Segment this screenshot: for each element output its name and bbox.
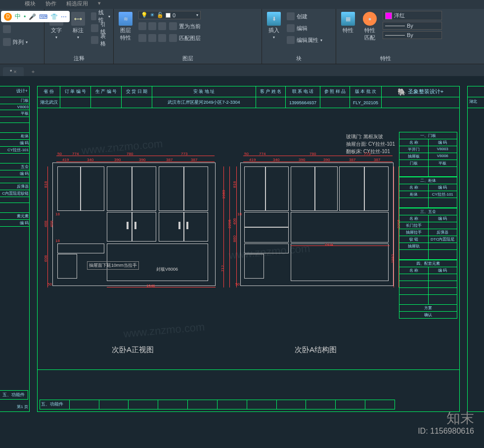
bottom-row: 五、功能件 (40, 400, 395, 409)
watermark: www.znzmo.com (81, 137, 163, 157)
left-s1: 门板 (0, 97, 29, 104)
st1-r2a: 抽屉板 (399, 153, 429, 160)
matchprops-icon: ● (363, 12, 377, 26)
dimension-button[interactable]: ⟷标注▾ (69, 11, 87, 41)
more-icon[interactable]: ⋯ (61, 13, 67, 20)
leader-button[interactable]: 引线 (91, 23, 110, 34)
st2-r1b: CY拉丝-101 (429, 191, 457, 198)
st2-title: 二、柜体 (399, 177, 457, 184)
add-tab-button[interactable]: + (25, 67, 42, 76)
shirt-icon[interactable]: 👕 (50, 13, 58, 20)
layer-props-label: 图层 特性 (120, 27, 131, 41)
file-tabs: * × + (0, 64, 484, 76)
insert-icon: ⬇ (267, 12, 281, 26)
create-icon (287, 12, 295, 20)
file-tab-label: * (10, 69, 12, 75)
quick-access-toolbar: D 中 • 🎤 ⌨ 👕 ⋯ (1, 11, 70, 22)
tb-h-cust: 客 户 姓 名 (256, 86, 286, 97)
st3-title: 三、五金 (399, 208, 457, 215)
tb-h-order: 订 单 编 号 (60, 86, 91, 97)
keyboard-icon[interactable]: ⌨ (39, 13, 47, 20)
drawing-area: 玻璃门: 黑框灰玻 抽屉台面: CY拉丝-101 翻板床: CY拉丝-101 (38, 108, 459, 370)
panel-modify-title (3, 61, 41, 62)
layer-tool2-icon[interactable] (148, 22, 156, 30)
layer-props-button[interactable]: ≋图层 特性 (117, 11, 134, 42)
sheet-main: 省 份 订 单 编 号 生 产 编 号 交 货 日 期 安 装 地 址 客 户 … (37, 86, 460, 412)
lang-indicator[interactable]: 中 (15, 12, 21, 21)
left-s2: 柜体 (0, 133, 29, 140)
st3-r1a: 长门拉手 (399, 222, 429, 229)
menu-apps[interactable]: 精选应用 (66, 0, 88, 9)
left-h2: 编 码 (0, 170, 29, 177)
left-h3: 编 码 (0, 220, 29, 227)
match-props-button[interactable]: ●特性 匹配 (361, 11, 379, 42)
left-r4: 反弹器 (0, 183, 29, 190)
menu-module[interactable]: 模块 (25, 0, 36, 9)
left-r2: 平板 (0, 110, 29, 117)
table-button[interactable]: 表格 (91, 35, 110, 45)
st2-h1: 名 称 (399, 184, 429, 191)
edit-block-button[interactable]: 编辑 (287, 23, 322, 34)
st1-h2: 编 码 (429, 139, 457, 146)
close-icon[interactable]: × (13, 69, 16, 75)
set-current-button[interactable]: 置为当前 (169, 21, 201, 32)
note-panel: 封板V8006 (156, 266, 178, 273)
panel-annot-title[interactable]: 注释 (47, 54, 110, 62)
st2-h2: 编 码 (429, 184, 457, 191)
chevron-down-icon[interactable]: ▾ (98, 0, 101, 9)
left-s3: 五金 (0, 163, 29, 170)
dim-18b: 18 (55, 239, 60, 243)
linetype-combo[interactable]: By (383, 31, 442, 39)
match-layer-button[interactable]: 匹配图层 (169, 33, 201, 43)
left-bottom: 五、功能件 (0, 390, 28, 400)
setcur-label: 置为当前 (179, 23, 201, 30)
layer-tool5-icon[interactable] (148, 34, 156, 42)
dot-icon[interactable]: • (24, 13, 26, 20)
st3-h2: 编 码 (429, 215, 457, 222)
st1-r1a: 平开门 (399, 146, 429, 153)
linear-button[interactable]: 线性▾ (91, 11, 110, 22)
layer-tool3-icon[interactable] (158, 22, 166, 30)
insert-button[interactable]: ⬇插入▾ (265, 11, 283, 41)
tb-province: 湖北武汉 (38, 97, 60, 108)
tb-h-ver: 版 本 批 次 (350, 86, 382, 97)
explode-button[interactable] (3, 24, 11, 35)
elevation-structure (240, 163, 394, 286)
lineweight-combo[interactable]: By (383, 22, 442, 30)
explode-icon (3, 25, 11, 33)
line-preview (385, 26, 405, 26)
edit-attr-button[interactable]: 编辑属性▾ (287, 35, 322, 45)
drawing-canvas[interactable]: 设计+ 门板 V8003 平板 柜体 编 码 CY拉丝-101 五金 编 码 反… (0, 76, 484, 437)
panel-block-title[interactable]: 块 (265, 54, 333, 62)
panel-layer-title[interactable]: 图层 (117, 54, 259, 62)
dim-468b: 468 (49, 221, 54, 227)
tb-h-prod: 生 产 编 号 (91, 86, 122, 97)
st1-r1b: V8003 (429, 146, 457, 153)
handle-icon (186, 222, 188, 229)
handle-icon (134, 222, 136, 229)
mic-icon[interactable]: 🎤 (29, 13, 36, 20)
create-block-button[interactable]: 创建 (287, 11, 322, 22)
st5-r1: 确认 (399, 312, 457, 318)
lt-preview (385, 35, 405, 36)
tb-brand: 圣象整装设计+ (408, 88, 443, 95)
elephant-icon: 🐘 (397, 88, 406, 96)
array-icon (3, 38, 11, 46)
layer-tool4-icon[interactable] (138, 34, 146, 42)
id-watermark: ID: 1156980616 (418, 427, 474, 436)
layer-combo[interactable]: 💡 ☀ 🔓 0 ▾ (138, 11, 201, 19)
layer-tool1-icon[interactable] (138, 22, 146, 30)
color-combo[interactable]: 洋红 (383, 11, 442, 20)
setcurrent-icon (169, 22, 177, 30)
view-title-front: 次卧A正视图 (112, 345, 154, 355)
tb-h-addr: 安 装 地 址 (152, 86, 256, 97)
table-label: 表格 (100, 33, 110, 47)
array-button[interactable]: 阵列▾ (3, 37, 28, 47)
st3-r3a: 铰 链 (399, 236, 429, 243)
menu-collab[interactable]: 协作 (45, 0, 56, 9)
panel-props-title[interactable]: 特性 (339, 54, 432, 62)
dim-712: 712 (220, 265, 225, 272)
file-tab[interactable]: * × (3, 67, 24, 76)
layer-tool6-icon[interactable] (158, 34, 166, 42)
properties-button[interactable]: ▦特性 (339, 11, 357, 35)
